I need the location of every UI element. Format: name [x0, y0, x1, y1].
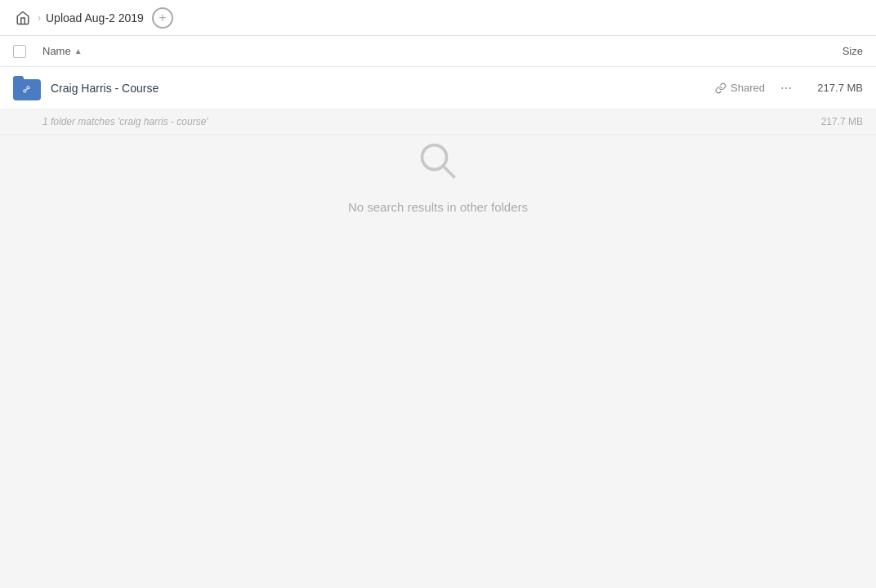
svg-point-2 — [789, 87, 791, 89]
shared-badge: Shared — [715, 82, 765, 94]
select-all-col — [13, 45, 42, 58]
select-all-checkbox[interactable] — [13, 45, 26, 58]
link-icon: ⚯ — [20, 82, 34, 96]
home-button[interactable] — [13, 8, 33, 28]
size-column-header[interactable]: Size — [798, 45, 863, 57]
no-results-icon — [412, 135, 464, 187]
svg-line-4 — [443, 166, 454, 177]
empty-state: No search results in other folders — [0, 135, 876, 263]
shared-label: Shared — [731, 82, 765, 94]
ellipsis-icon — [780, 82, 793, 95]
results-section: ⚯ Craig Harris - Course Shared — [0, 67, 876, 135]
app-container: › Upload Aug-2 2019 + Name ▲ Size ⚯ — [0, 0, 876, 588]
file-actions: Shared — [715, 77, 798, 100]
summary-text: 1 folder matches 'craig harris - course' — [42, 116, 798, 127]
content-area: ⚯ Craig Harris - Course Shared — [0, 67, 876, 588]
breadcrumb-arrow: › — [38, 12, 41, 24]
add-button[interactable]: + — [152, 7, 173, 29]
file-icon-wrapper: ⚯ — [13, 76, 42, 100]
name-column-header[interactable]: Name ▲ — [42, 45, 798, 57]
link-badge-icon — [715, 82, 726, 94]
folder-body: ⚯ — [13, 79, 41, 100]
file-size: 217.7 MB — [798, 82, 863, 94]
svg-point-0 — [781, 87, 783, 89]
table-row[interactable]: ⚯ Craig Harris - Course Shared — [0, 67, 876, 109]
header: › Upload Aug-2 2019 + — [0, 0, 876, 36]
file-name: Craig Harris - Course — [42, 82, 715, 95]
more-options-button[interactable] — [775, 77, 798, 100]
sort-arrow-icon: ▲ — [74, 47, 83, 56]
svg-point-1 — [785, 87, 787, 89]
empty-state-message: No search results in other folders — [348, 200, 528, 214]
folder-link-icon: ⚯ — [13, 76, 41, 100]
summary-size: 217.7 MB — [798, 116, 863, 127]
summary-row: 1 folder matches 'craig harris - course'… — [0, 109, 876, 135]
table-header: Name ▲ Size — [0, 36, 876, 67]
breadcrumb-label: Upload Aug-2 2019 — [46, 11, 144, 24]
